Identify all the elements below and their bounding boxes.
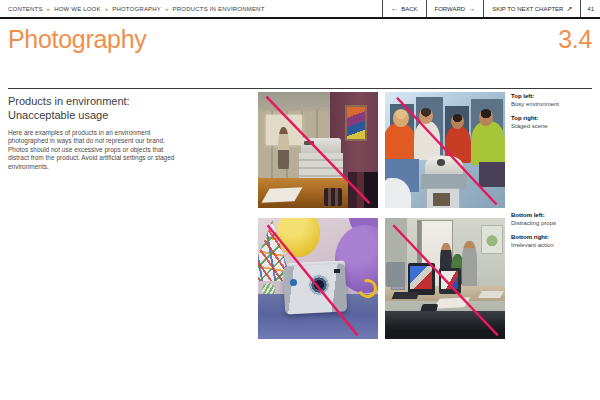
- not-allowed-slash-icon: [258, 218, 378, 339]
- caption-top-right: Top right: Staged scene: [511, 115, 597, 130]
- breadcrumb-separator: »: [105, 6, 109, 12]
- caption-text: Staged scene: [511, 123, 597, 131]
- caption-label: Bottom right:: [511, 234, 597, 242]
- masthead: Photography 3.4: [8, 26, 592, 54]
- forward-label: FORWARD: [435, 6, 466, 12]
- page-number: 41: [580, 0, 600, 17]
- breadcrumb-separator: »: [165, 6, 169, 12]
- caption-column-bottom: Bottom left: Distracting props Bottom ri…: [511, 212, 597, 256]
- caption-bottom-left: Bottom left: Distracting props: [511, 212, 597, 227]
- forward-arrow-icon: →: [468, 5, 475, 12]
- article-heading-line1: Products in environment:: [8, 95, 130, 107]
- brand-guidelines-page: CONTENTS » HOW WE LOOK » PHOTOGRAPHY » P…: [0, 0, 600, 400]
- pager-nav: ← BACK FORWARD → SKIP TO NEXT CHAPTER ↗ …: [382, 0, 600, 17]
- caption-text: Busy environment: [511, 101, 597, 109]
- back-button[interactable]: ← BACK: [382, 0, 425, 17]
- caption-top-left: Top left: Busy environment: [511, 93, 597, 108]
- photo-distracting-props: [258, 218, 378, 339]
- photo-busy-environment: [258, 92, 378, 208]
- caption-text: Distracting props: [511, 220, 597, 228]
- caption-bottom-right: Bottom right: Irrelevant action: [511, 234, 597, 249]
- section-number: 3.4: [558, 26, 592, 54]
- breadcrumb: CONTENTS » HOW WE LOOK » PHOTOGRAPHY » P…: [0, 6, 265, 12]
- article-heading: Products in environment: Unacceptable us…: [8, 95, 194, 122]
- article-heading-line2: Unacceptable usage: [8, 109, 108, 121]
- back-arrow-icon: ←: [391, 5, 398, 12]
- not-allowed-slash-icon: [258, 92, 378, 208]
- breadcrumb-photography[interactable]: PHOTOGRAPHY: [112, 6, 161, 12]
- breadcrumb-separator: »: [47, 6, 51, 12]
- photo-staged-scene: [385, 92, 505, 208]
- not-allowed-slash-icon: [385, 92, 505, 208]
- photo-irrelevant-action: [385, 218, 505, 339]
- top-bar: CONTENTS » HOW WE LOOK » PHOTOGRAPHY » P…: [0, 0, 600, 19]
- chapter-title: Photography: [8, 26, 146, 54]
- back-label: BACK: [401, 6, 417, 12]
- not-allowed-slash-icon: [385, 218, 505, 339]
- article-body: Here are examples of products in an envi…: [8, 129, 186, 171]
- skip-label: SKIP TO NEXT CHAPTER: [492, 6, 563, 12]
- article-text: Products in environment: Unacceptable us…: [8, 95, 194, 171]
- breadcrumb-contents[interactable]: CONTENTS: [8, 6, 43, 12]
- caption-label: Bottom left:: [511, 212, 597, 220]
- horizontal-rule: [8, 88, 592, 89]
- skip-arrow-icon: ↗: [566, 5, 572, 12]
- caption-column-top: Top left: Busy environment Top right: St…: [511, 93, 597, 137]
- caption-text: Irrelevant action: [511, 242, 597, 250]
- breadcrumb-products-in-environment[interactable]: PRODUCTS IN ENVIRONMENT: [173, 6, 265, 12]
- forward-button[interactable]: FORWARD →: [426, 0, 484, 17]
- breadcrumb-how-we-look[interactable]: HOW WE LOOK: [54, 6, 101, 12]
- caption-label: Top right:: [511, 115, 597, 123]
- skip-to-next-chapter-button[interactable]: SKIP TO NEXT CHAPTER ↗: [483, 0, 580, 17]
- caption-label: Top left:: [511, 93, 597, 101]
